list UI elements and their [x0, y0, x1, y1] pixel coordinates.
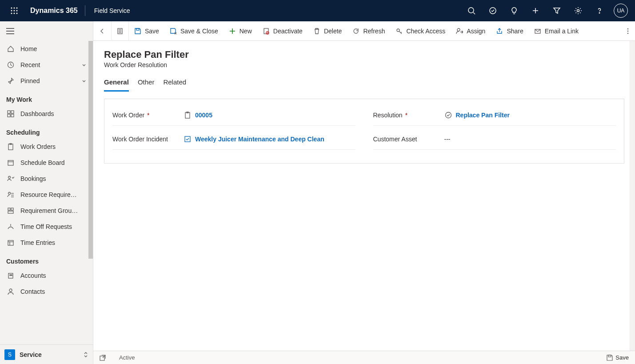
settings-button[interactable]	[567, 0, 589, 21]
popout-button[interactable]	[100, 355, 106, 361]
command-bar: Save Save & Close New Deactivate Delete …	[93, 21, 635, 41]
nav-item-label: Work Orders	[20, 143, 87, 150]
more-commands-button[interactable]	[621, 28, 635, 35]
app-name-label[interactable]: Field Service	[87, 7, 137, 14]
resource-icon	[6, 191, 15, 198]
add-button[interactable]	[525, 0, 546, 21]
field-label: Resolution	[373, 112, 403, 119]
nav-item-label: Time Off Requests	[20, 223, 87, 230]
cmd-label: Assign	[467, 28, 485, 35]
nav-schedule-board[interactable]: Schedule Board	[0, 155, 93, 171]
field-resolution[interactable]: Resolution* Replace Pan Filter	[373, 108, 616, 126]
nav-recent[interactable]: Recent	[0, 57, 93, 73]
nav-accounts[interactable]: Accounts	[0, 268, 93, 284]
refresh-button[interactable]: Refresh	[347, 21, 390, 41]
nav-resource-requirements[interactable]: Resource Require…	[0, 187, 93, 203]
footer-save-button[interactable]: Save	[607, 354, 629, 361]
task-button[interactable]	[482, 0, 503, 21]
clipboard-icon	[6, 143, 15, 150]
nav-item-label: Accounts	[20, 272, 87, 279]
sidebar-scrollbar[interactable]	[88, 41, 93, 259]
help-button[interactable]	[589, 0, 610, 21]
user-avatar[interactable]: UA	[614, 4, 628, 18]
nav-recent-label: Recent	[20, 61, 81, 68]
nav-time-off[interactable]: Time Off Requests	[0, 219, 93, 235]
assign-button[interactable]: Assign	[451, 21, 491, 41]
save-button[interactable]: Save	[129, 21, 164, 41]
plus-icon	[229, 28, 236, 35]
check-access-button[interactable]: Check Access	[390, 21, 451, 41]
filter-button[interactable]	[546, 0, 567, 21]
nav-time-entries[interactable]: Time Entries	[0, 235, 93, 251]
tab-general[interactable]: General	[104, 78, 129, 92]
lookup-value-link[interactable]: Weekly Juicer Maintenance and Deep Clean	[195, 136, 324, 143]
plus-icon	[531, 7, 539, 15]
svg-point-6	[11, 13, 12, 14]
tab-related[interactable]: Related	[163, 78, 186, 92]
nav-item-label: Bookings	[20, 175, 87, 182]
nav-bookings[interactable]: Bookings	[0, 171, 93, 187]
record-set-button[interactable]	[112, 21, 129, 41]
lookup-value-link[interactable]: 00005	[195, 112, 212, 119]
email-link-button[interactable]: Email a Link	[529, 21, 584, 41]
delete-button[interactable]: Delete	[308, 21, 347, 41]
refresh-icon	[352, 28, 359, 35]
popout-icon	[100, 355, 106, 361]
nav-contacts[interactable]: Contacts	[0, 284, 93, 300]
svg-rect-33	[8, 208, 10, 210]
ideas-button[interactable]	[503, 0, 525, 21]
timeoff-icon	[6, 223, 15, 230]
svg-rect-35	[8, 211, 13, 213]
field-customer-asset[interactable]: Customer Asset ---	[373, 132, 616, 150]
nav-pinned[interactable]: Pinned	[0, 73, 93, 89]
calendar-icon	[6, 159, 15, 166]
svg-point-9	[468, 8, 474, 13]
status-label: Active	[119, 354, 135, 361]
bookings-icon	[6, 175, 15, 182]
form-section: Work Order* 00005 Resolution* Replace Pa…	[104, 99, 624, 164]
area-switcher[interactable]: S Service	[0, 344, 93, 364]
svg-point-2	[16, 8, 18, 9]
lookup-value-link[interactable]: Replace Pan Filter	[456, 112, 510, 119]
content-scrollbar[interactable]	[630, 41, 635, 351]
nav-collapse-button[interactable]	[0, 21, 93, 41]
task-icon	[489, 7, 497, 15]
share-icon	[496, 28, 503, 35]
app-launcher-button[interactable]	[4, 0, 25, 21]
footer-save-label: Save	[615, 354, 629, 361]
deactivate-button[interactable]: Deactivate	[257, 21, 308, 41]
help-icon	[595, 7, 603, 15]
account-icon	[6, 272, 15, 279]
svg-point-16	[599, 12, 600, 13]
reqgroup-icon	[6, 207, 15, 214]
search-button[interactable]	[461, 0, 482, 21]
nav-item-label: Requirement Grou…	[20, 207, 87, 214]
save-icon	[134, 28, 141, 35]
svg-rect-26	[8, 160, 13, 165]
nav-dashboards[interactable]: Dashboards	[0, 106, 93, 122]
cmd-label: Share	[507, 28, 523, 35]
field-work-order-incident[interactable]: Work Order Incident Weekly Juicer Mainte…	[112, 132, 355, 150]
save-close-button[interactable]: Save & Close	[164, 21, 224, 41]
arrow-left-icon	[99, 28, 106, 35]
svg-point-58	[627, 30, 629, 32]
required-indicator: *	[405, 112, 407, 119]
field-work-order[interactable]: Work Order* 00005	[112, 108, 355, 126]
nav-requirement-groups[interactable]: Requirement Grou…	[0, 203, 93, 219]
contact-icon	[6, 288, 15, 295]
gear-icon	[574, 7, 582, 15]
svg-rect-42	[11, 275, 12, 276]
nav-work-orders[interactable]: Work Orders	[0, 139, 93, 155]
cmd-label: Check Access	[406, 28, 445, 35]
svg-point-5	[16, 10, 18, 12]
tab-other[interactable]: Other	[138, 78, 155, 92]
lightbulb-icon	[510, 7, 518, 15]
nav-home[interactable]: Home	[0, 41, 93, 57]
form-area: Replace Pan Filter Work Order Resolution…	[93, 41, 635, 351]
area-badge: S	[4, 349, 15, 360]
nav-group-scheduling: Scheduling	[0, 122, 93, 139]
new-button[interactable]: New	[224, 21, 257, 41]
share-button[interactable]: Share	[491, 21, 528, 41]
back-button[interactable]	[93, 21, 112, 41]
brand-label[interactable]: Dynamics 365	[25, 7, 83, 15]
